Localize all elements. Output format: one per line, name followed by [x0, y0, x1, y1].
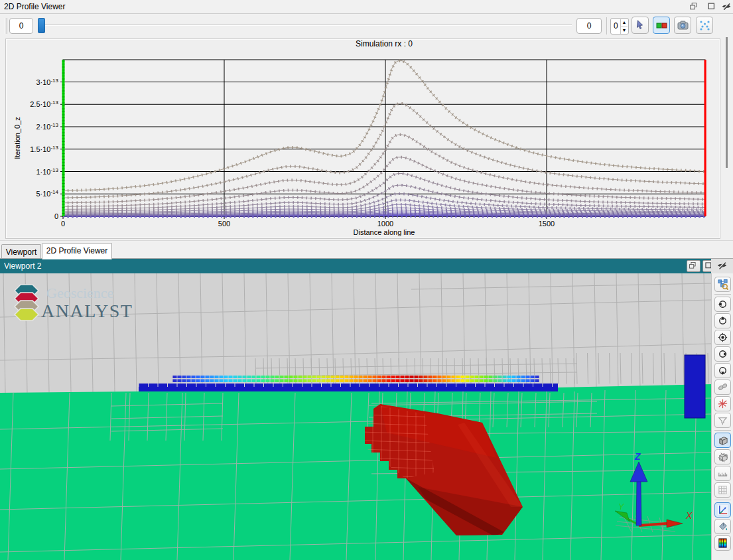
fit-points-icon	[699, 19, 710, 34]
hide-eye-icon[interactable]	[722, 2, 732, 12]
grid-button[interactable]	[714, 482, 731, 498]
viewport2-title: Viewport 2	[4, 261, 41, 271]
profile-chart-panel: Simulation rx : 005·10-141·10-131.5·10-1…	[0, 37, 733, 240]
solid-box-button[interactable]	[714, 433, 731, 448]
slider-handle[interactable]	[38, 18, 45, 33]
hide-eye-icon[interactable]	[717, 261, 728, 274]
profile-viewer-titlebar[interactable]: 2D Profile Viewer	[0, 0, 733, 14]
circle-target-icon	[717, 332, 728, 346]
red-asterisk-icon	[717, 398, 728, 412]
snapshot-button[interactable]	[674, 17, 691, 34]
box-wire-icon	[717, 451, 728, 465]
x-tick-label: 500	[218, 220, 230, 228]
axis-z-label: Z	[634, 451, 641, 462]
logo-line1: Geoscience	[46, 285, 113, 301]
zoom-selection-button[interactable]	[714, 277, 731, 292]
blue-block[interactable]	[685, 355, 705, 418]
cursor-icon	[634, 19, 646, 34]
offset-field[interactable]: 0	[576, 18, 602, 34]
colormap-button[interactable]	[714, 535, 731, 551]
tab-viewport[interactable]: Viewport	[1, 244, 41, 259]
paint-bucket-icon	[717, 521, 728, 535]
tab-bar: Viewport2D Profile Viewer	[0, 240, 733, 259]
profile-index-field[interactable]: 0	[9, 18, 33, 34]
tab-2d-profile-viewer[interactable]: 2D Profile Viewer	[42, 243, 112, 259]
float-window-icon[interactable]	[689, 2, 699, 12]
x-axis-label: Distance along line	[354, 228, 415, 236]
float-window-icon[interactable]	[687, 260, 700, 272]
colormap-icon	[717, 537, 728, 551]
stepper-up-button[interactable]: ▲	[620, 19, 628, 27]
x-tick-label: 1500	[539, 220, 555, 228]
profile-viewer-title: 2D Profile Viewer	[4, 2, 65, 11]
grid-icon	[717, 484, 728, 498]
x-tick-label: 0	[61, 220, 65, 228]
profile-slider[interactable]	[37, 23, 573, 29]
viewport-toolbar	[711, 273, 733, 560]
color-squares-icon	[655, 19, 667, 34]
viewport-3d[interactable]: ZXYGeoscienceANALYST	[0, 273, 711, 560]
orbit-down-button[interactable]	[714, 363, 731, 378]
circle-arrow-left-icon	[717, 299, 728, 313]
axes-plot-button[interactable]	[714, 502, 731, 518]
funnel-icon	[717, 415, 728, 429]
viewport2-titlebar[interactable]: Viewport 2	[0, 259, 711, 273]
chart-title: Simulation rx : 0	[356, 39, 413, 48]
circle-arrow-down-icon	[717, 365, 728, 379]
axis-y-label: Y	[618, 502, 625, 512]
ruler-button[interactable]	[714, 466, 731, 481]
maximize-icon[interactable]	[707, 2, 717, 12]
stepper-field[interactable]: 0 ▲▼	[610, 18, 629, 35]
y-tick-label: 0	[54, 212, 58, 220]
cursor-tool-button[interactable]	[632, 17, 649, 34]
center-view-button[interactable]	[714, 330, 731, 345]
box-solid-icon	[717, 435, 728, 449]
application-window: 2D Profile Viewer 0 0 0 ▲▼ Simulation rx…	[0, 0, 733, 560]
orbit-left-button[interactable]	[714, 297, 731, 312]
clip-button[interactable]	[714, 413, 731, 428]
circle-arrow-up-icon	[717, 315, 728, 329]
link-views-button[interactable]	[714, 380, 731, 395]
toolbar-handle[interactable]	[5, 18, 7, 34]
logo-line2: ANALYST	[41, 301, 133, 321]
axes-plot-icon	[717, 504, 728, 518]
camera-icon	[677, 19, 689, 34]
y-axis-label: Iteration_0_z	[13, 117, 21, 159]
ruler-icon	[717, 468, 728, 482]
orbit-up-button[interactable]	[714, 313, 731, 328]
stepper-down-button[interactable]: ▼	[620, 27, 628, 34]
link-icon	[717, 382, 728, 395]
jack-button[interactable]	[714, 396, 731, 411]
marker-colors-button[interactable]	[653, 17, 670, 34]
orbit-right-button[interactable]	[714, 346, 731, 362]
fit-view-button[interactable]	[696, 17, 713, 34]
profile-chart[interactable]: Simulation rx : 005·10-141·10-131.5·10-1…	[0, 37, 733, 240]
x-tick-label: 1000	[377, 220, 393, 228]
blue-cell-row[interactable]	[139, 384, 558, 391]
circle-arrow-right-icon	[717, 348, 728, 362]
wire-box-button[interactable]	[714, 449, 731, 464]
axis-x-label: X	[685, 510, 693, 521]
paint-bucket-button[interactable]	[714, 519, 731, 534]
zoom-selection-icon	[717, 279, 728, 293]
profile-toolbar: 0 0 0 ▲▼	[0, 15, 733, 37]
